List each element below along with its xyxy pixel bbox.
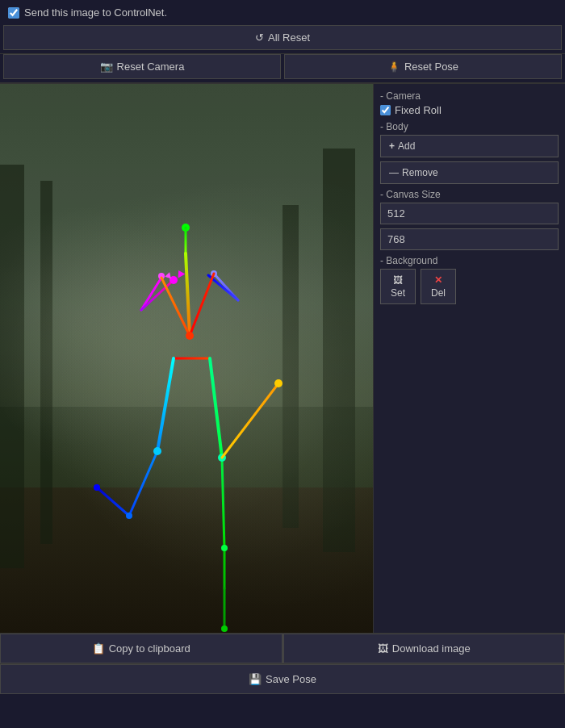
remove-icon: — bbox=[389, 167, 399, 178]
remove-body-button[interactable]: — Remove bbox=[380, 161, 559, 184]
set-background-button[interactable]: 🖼 Set bbox=[380, 269, 416, 304]
body-section: - Body + Add — Remove bbox=[380, 121, 559, 184]
background-label: - Background bbox=[380, 255, 559, 266]
del-background-button[interactable]: ✕ Del bbox=[421, 269, 456, 304]
camera-section: - Camera Fixed Roll bbox=[380, 90, 559, 116]
background-buttons: 🖼 Set ✕ Del bbox=[380, 269, 559, 304]
body-label: - Body bbox=[380, 121, 559, 132]
fixed-roll-label: Fixed Roll bbox=[395, 104, 442, 116]
background-section: - Background 🖼 Set ✕ Del bbox=[380, 255, 559, 304]
send-to-controlnet-label: Send this image to ControlNet. bbox=[24, 6, 167, 19]
copy-icon: 📋 bbox=[92, 642, 105, 655]
canvas-height-input[interactable] bbox=[380, 228, 559, 250]
send-to-controlnet-checkbox[interactable] bbox=[8, 7, 19, 19]
add-label: Add bbox=[398, 140, 415, 152]
set-bg-label: Set bbox=[391, 287, 405, 299]
camera-pose-reset-row: 📷 Reset Camera 🧍 Reset Pose bbox=[0, 53, 565, 83]
add-icon: + bbox=[389, 140, 395, 152]
save-icon: 💾 bbox=[249, 673, 262, 685]
del-bg-icon: ✕ bbox=[434, 274, 442, 286]
right-panel: - Camera Fixed Roll - Body + Add — Remov… bbox=[373, 84, 565, 633]
reset-camera-button[interactable]: 📷 Reset Camera bbox=[3, 54, 281, 79]
fixed-roll-row: Fixed Roll bbox=[380, 104, 559, 116]
copy-clipboard-button[interactable]: 📋 Copy to clipboard bbox=[0, 634, 282, 663]
pose-icon: 🧍 bbox=[387, 61, 400, 73]
camera-icon: 📷 bbox=[100, 61, 113, 73]
download-icon: 🖼 bbox=[378, 642, 388, 655]
add-body-button[interactable]: + Add bbox=[380, 135, 559, 157]
reset-pose-label: Reset Pose bbox=[404, 61, 458, 73]
remove-label: Remove bbox=[402, 167, 438, 178]
save-pose-row: 💾 Save Pose bbox=[0, 663, 565, 694]
download-label: Download image bbox=[392, 642, 471, 655]
all-reset-label: All Reset bbox=[268, 31, 310, 44]
pose-canvas[interactable] bbox=[0, 84, 373, 633]
reset-icon: ↺ bbox=[255, 31, 264, 44]
main-area: - Camera Fixed Roll - Body + Add — Remov… bbox=[0, 83, 565, 633]
del-bg-label: Del bbox=[431, 287, 446, 299]
camera-label: - Camera bbox=[380, 90, 559, 102]
canvas-size-label: - Canvas Size bbox=[380, 189, 559, 200]
set-bg-icon: 🖼 bbox=[393, 274, 403, 286]
fixed-roll-checkbox[interactable] bbox=[380, 105, 391, 115]
bottom-bar: 📋 Copy to clipboard 🖼 Download image bbox=[0, 633, 565, 663]
canvas-width-input[interactable] bbox=[380, 203, 559, 224]
copy-label: Copy to clipboard bbox=[109, 642, 190, 655]
save-pose-button[interactable]: 💾 Save Pose bbox=[0, 664, 565, 694]
canvas-size-section: - Canvas Size bbox=[380, 189, 559, 250]
save-label: Save Pose bbox=[266, 673, 316, 685]
send-to-controlnet-row: Send this image to ControlNet. bbox=[0, 0, 565, 25]
download-image-button[interactable]: 🖼 Download image bbox=[283, 634, 566, 663]
reset-pose-button[interactable]: 🧍 Reset Pose bbox=[284, 54, 562, 79]
all-reset-section: ↺ All Reset bbox=[0, 25, 565, 53]
reset-camera-label: Reset Camera bbox=[117, 61, 185, 73]
pose-canvas-section[interactable] bbox=[0, 84, 373, 633]
all-reset-button[interactable]: ↺ All Reset bbox=[3, 25, 562, 50]
